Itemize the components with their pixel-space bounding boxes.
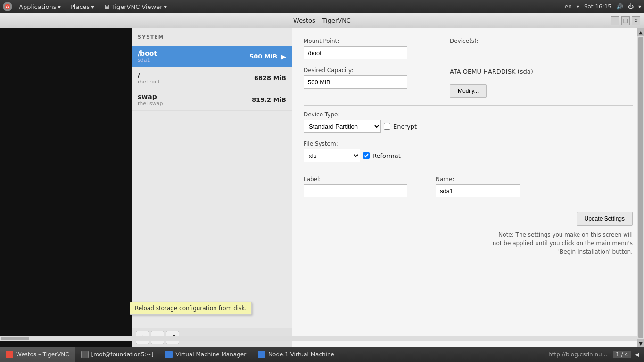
language-indicator[interactable]: en	[565, 3, 572, 10]
taskbar-item-node[interactable]: Node.1 Virtual Machine	[252, 347, 340, 362]
gnome-logo: ⚙	[3, 2, 12, 11]
hscroll-thumb[interactable]	[1, 337, 29, 340]
system-label: SYSTEM	[132, 30, 292, 42]
filesystem-group: File System: xfs ext4 ext3 swap Reformat	[304, 140, 401, 162]
update-settings-button[interactable]: Update Settings	[577, 212, 633, 226]
divider1	[304, 105, 633, 106]
desired-capacity-input[interactable]	[304, 75, 407, 89]
taskbar-icon-vmm	[165, 351, 173, 358]
window-titlebar: Westos – TigerVNC – □ ×	[0, 13, 644, 28]
actions-area: Update Settings Note: The settings you m…	[304, 212, 633, 256]
taskbar-nav-icon[interactable]: ◀	[635, 351, 639, 358]
modify-button[interactable]: Modify...	[450, 84, 487, 98]
desired-capacity-label: Desired Capacity:	[304, 67, 407, 74]
topbar-right: en ▾ Sat 16:15 🔊 ⏻ ▾	[565, 3, 641, 10]
label-label: Label:	[304, 176, 407, 182]
capacity-device-row: Desired Capacity: ATA QEMU HARDDISK (sda…	[304, 67, 633, 98]
device-type-group: Device Type: Standard Partition LVM LVM …	[304, 111, 417, 133]
gnome-topbar: ⚙ Applications ▾ Places ▾ 🖥 TigerVNC Vie…	[0, 0, 644, 13]
system-section-header: SYSTEM	[132, 28, 292, 46]
clock: Sat 16:15	[584, 3, 611, 10]
scroll-up[interactable]: ▲	[637, 28, 644, 36]
label-name-row: Label: Name:	[304, 176, 633, 197]
partition-swap[interactable]: swap rhel-swap 819.2 MiB	[132, 89, 292, 111]
taskbar-item-vmm[interactable]: Virtual Machine Manager	[159, 347, 252, 362]
filesystem-select[interactable]: xfs ext4 ext3 swap	[304, 149, 360, 162]
encrypt-checkbox[interactable]	[384, 123, 390, 130]
partition-panel: SYSTEM /boot sda1 500 MiB ▶	[132, 28, 292, 347]
mount-point-input[interactable]	[304, 46, 407, 59]
scroll-down[interactable]: ▼	[637, 339, 644, 347]
desired-capacity-group: Desired Capacity:	[304, 67, 407, 98]
partition-root[interactable]: / rhel-root 6828 MiB	[132, 67, 292, 89]
filesystem-label: File System:	[304, 140, 401, 147]
reformat-label: Reformat	[372, 152, 401, 159]
taskbar: Westos – TigerVNC [root@foundation5:~] V…	[0, 347, 644, 362]
label-group: Label:	[304, 176, 407, 197]
taskbar-right: http://blog.csdn.nu... 1 / 4 ◀	[548, 351, 644, 358]
taskbar-item-terminal[interactable]: [root@foundation5:~]	[75, 347, 160, 362]
hscroll[interactable]	[0, 336, 637, 341]
taskbar-item-vnc[interactable]: Westos – TigerVNC	[0, 347, 75, 362]
maximize-button[interactable]: □	[621, 16, 630, 25]
vnc-menu[interactable]: 🖥 TigerVNC Viewer ▾	[100, 2, 171, 11]
divider2	[304, 170, 633, 170]
close-button[interactable]: ×	[632, 16, 640, 25]
power-icon[interactable]: ⏻	[628, 3, 634, 10]
svg-text:⚙: ⚙	[6, 5, 9, 9]
label-input[interactable]	[304, 184, 407, 197]
minimize-button[interactable]: –	[611, 16, 619, 25]
left-black-panel	[0, 28, 132, 347]
applications-menu[interactable]: Applications ▾	[15, 2, 65, 11]
detail-panel: Mount Point: Device(s): Desired Capacity…	[292, 28, 644, 347]
taskbar-icon-vnc	[6, 351, 13, 358]
reformat-checkbox[interactable]	[363, 152, 370, 159]
taskbar-icon-node	[258, 351, 265, 358]
note-text: Note: The settings you make on this scre…	[444, 230, 633, 256]
mount-point-group: Mount Point:	[304, 38, 407, 59]
mount-point-label: Mount Point:	[304, 38, 407, 44]
devices-label: Device(s):	[450, 38, 479, 44]
partition-boot[interactable]: /boot sda1 500 MiB ▶	[132, 46, 292, 67]
name-input[interactable]	[436, 184, 520, 197]
scroll-thumb[interactable]	[638, 37, 643, 338]
mount-devices-row: Mount Point: Device(s):	[304, 38, 633, 59]
places-menu[interactable]: Places ▾	[66, 2, 98, 11]
name-group: Name:	[436, 176, 520, 197]
taskbar-icon-terminal	[81, 351, 89, 358]
name-label: Name:	[436, 176, 520, 182]
device-type-select[interactable]: Standard Partition LVM LVM Thin Provisio…	[304, 120, 381, 133]
volume-icon[interactable]: 🔊	[616, 3, 623, 10]
window-controls: – □ ×	[611, 16, 640, 25]
devices-group: Device(s):	[450, 38, 479, 59]
device-info-group: ATA QEMU HARDDISK (sda) Modify...	[450, 67, 533, 98]
vnc-window: Westos – TigerVNC – □ × SYSTEM /boot sda…	[0, 13, 644, 362]
filesystem-row: File System: xfs ext4 ext3 swap Reformat	[304, 140, 633, 162]
window-title: Westos – TigerVNC	[293, 17, 351, 24]
device-type-row: Device Type: Standard Partition LVM LVM …	[304, 111, 633, 133]
device-type-label: Device Type:	[304, 111, 417, 118]
partition-list: /boot sda1 500 MiB ▶ / rhel-root 6	[132, 46, 292, 328]
main-content: SYSTEM /boot sda1 500 MiB ▶	[132, 28, 644, 347]
scroll-track[interactable]: ▲ ▼	[637, 28, 644, 347]
device-name: ATA QEMU HARDDISK (sda)	[450, 67, 533, 77]
encrypt-label: Encrypt	[393, 123, 417, 130]
tooltip: Reload storage configuration from disk.	[130, 302, 252, 315]
